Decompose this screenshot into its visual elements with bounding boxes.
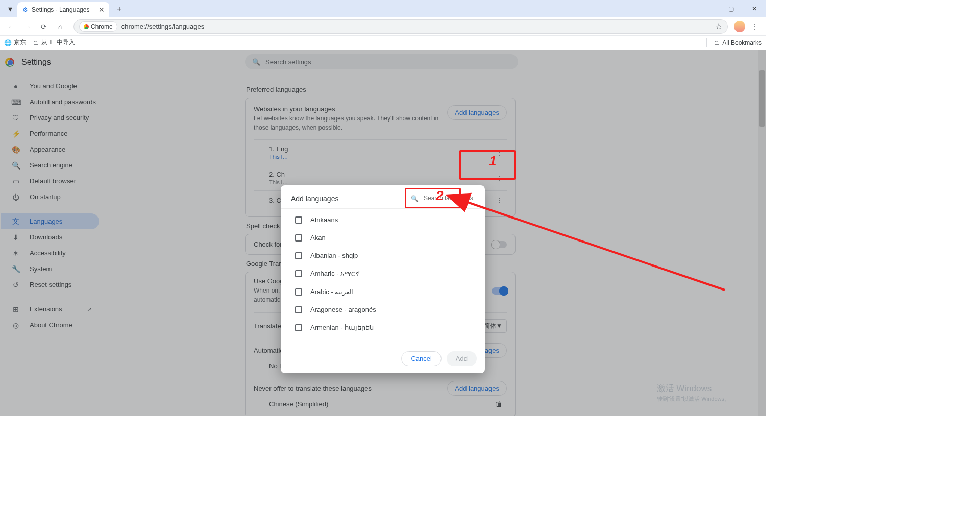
bookmark-star-icon[interactable]: ☆ [715,21,722,31]
add-languages-dialog: Add languages 🔍 Afrikaans Akan Albanian … [281,185,485,373]
bookmark-ie-import[interactable]: 🗀从 IE 中导入 [33,38,75,47]
forward-button[interactable]: → [20,19,35,34]
gear-icon: ⚙ [21,6,29,13]
new-tab-button[interactable]: + [112,2,127,16]
chrome-logo-icon [84,24,89,29]
all-bookmarks[interactable]: 🗀All Bookmarks [714,39,762,46]
profile-avatar[interactable] [734,21,745,32]
tab-title: Settings - Languages [32,6,95,13]
language-option[interactable]: Albanian - shqip [281,247,485,264]
checkbox[interactable] [295,288,302,296]
back-button[interactable]: ← [4,19,18,34]
tab-strip: ▾ ⚙ Settings - Languages ✕ + — ▢ ✕ [0,0,766,17]
globe-icon: 🌐 [4,39,12,46]
language-option[interactable]: Armenian - հայերեն [281,319,485,336]
checkbox[interactable] [295,324,302,331]
windows-activation-watermark: 激活 Windows 转到"设置"以激活 Windows。 [657,382,730,403]
window-controls: — ▢ ✕ [697,0,766,17]
language-option[interactable]: Akan [281,229,485,247]
language-option[interactable]: Afrikaans [281,211,485,229]
browser-tab[interactable]: ⚙ Settings - Languages ✕ [17,2,109,17]
nav-toolbar: ← → ⟳ ⌂ Chrome chrome://settings/languag… [0,17,766,36]
chrome-chip: Chrome [79,21,117,32]
checkbox[interactable] [295,306,302,313]
bookmark-jd[interactable]: 🌐京东 [4,38,26,47]
close-tab-icon[interactable]: ✕ [98,6,105,14]
language-option[interactable]: Aragonese - aragonés [281,301,485,319]
add-button: Add [447,351,477,366]
tabs-dropdown[interactable]: ▾ [4,3,16,15]
reload-button[interactable]: ⟳ [37,19,51,34]
checkbox[interactable] [295,252,302,259]
bookmarks-bar: 🌐京东 🗀从 IE 中导入 🗀All Bookmarks [0,36,766,50]
language-option[interactable]: Amharic - አማርኛ [281,264,485,283]
omnibox[interactable]: Chrome chrome://settings/languages ☆ [74,19,728,34]
kebab-menu-icon[interactable]: ⋮ [747,19,762,34]
home-button[interactable]: ⌂ [53,19,67,34]
checkbox[interactable] [295,216,302,224]
checkbox[interactable] [295,270,302,277]
minimize-button[interactable]: — [697,0,720,17]
folder-icon: 🗀 [33,39,39,46]
close-window-button[interactable]: ✕ [743,0,766,17]
maximize-button[interactable]: ▢ [720,0,743,17]
dialog-language-list[interactable]: Afrikaans Akan Albanian - shqip Amharic … [281,208,485,346]
cancel-button[interactable]: Cancel [401,351,441,366]
address-url: chrome://settings/languages [121,22,711,30]
search-icon: 🔍 [411,195,419,202]
checkbox[interactable] [295,234,302,242]
dialog-search-input[interactable] [424,194,475,203]
language-option[interactable]: Arabic - العربية [281,283,485,301]
dialog-title: Add languages [291,195,406,203]
settings-page: Settings 🔍 Search settings ●You and Goog… [0,50,766,416]
folder-icon: 🗀 [714,39,720,46]
